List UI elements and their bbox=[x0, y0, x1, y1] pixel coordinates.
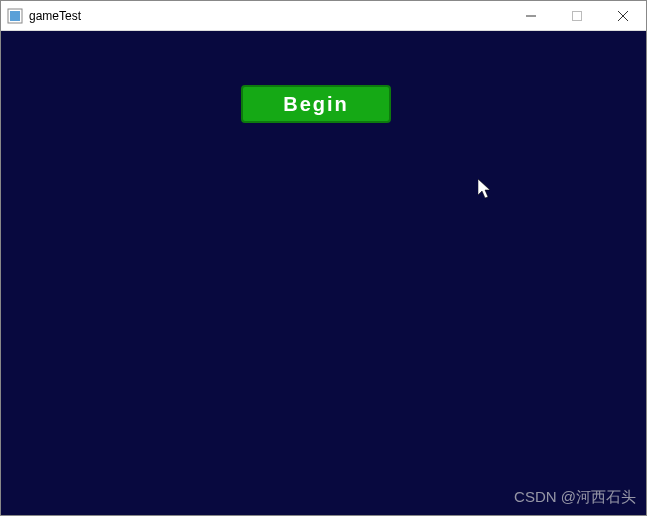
game-canvas: Begin CSDN @河西石头 bbox=[1, 31, 646, 515]
svg-rect-1 bbox=[10, 11, 20, 21]
application-window: gameTest Begin CSDN @河西 bbox=[0, 0, 647, 516]
app-icon bbox=[7, 8, 23, 24]
cursor-icon bbox=[478, 179, 494, 201]
svg-rect-3 bbox=[573, 12, 582, 21]
watermark-text: CSDN @河西石头 bbox=[514, 488, 636, 507]
window-title: gameTest bbox=[29, 9, 81, 23]
maximize-button bbox=[554, 1, 600, 31]
titlebar[interactable]: gameTest bbox=[1, 1, 646, 31]
close-button[interactable] bbox=[600, 1, 646, 31]
begin-button-label: Begin bbox=[283, 93, 349, 116]
begin-button[interactable]: Begin bbox=[241, 85, 391, 123]
minimize-button[interactable] bbox=[508, 1, 554, 31]
window-controls bbox=[508, 1, 646, 30]
